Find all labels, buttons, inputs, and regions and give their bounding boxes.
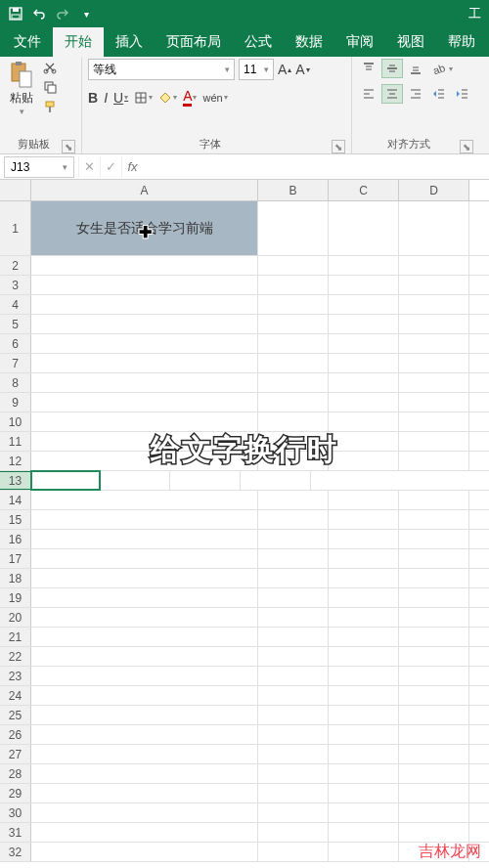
cell-D21[interactable] bbox=[399, 628, 469, 646]
cell-D3[interactable] bbox=[399, 276, 469, 294]
qat-customize-icon[interactable]: ▾ bbox=[74, 2, 98, 25]
cell-B5[interactable] bbox=[258, 315, 329, 333]
cell-A21[interactable] bbox=[31, 628, 258, 646]
cell-B18[interactable] bbox=[258, 569, 329, 587]
increase-font-icon[interactable]: A▴ bbox=[278, 62, 291, 77]
cell-C3[interactable] bbox=[329, 276, 399, 294]
cell-A9[interactable] bbox=[31, 393, 258, 412]
row-header[interactable]: 5 bbox=[0, 315, 31, 333]
tab-开始[interactable]: 开始 bbox=[53, 27, 104, 57]
cell-D30[interactable] bbox=[399, 803, 469, 822]
fx-icon[interactable]: fx bbox=[121, 156, 143, 178]
align-middle-icon[interactable] bbox=[381, 59, 403, 78]
align-bottom-icon[interactable] bbox=[405, 59, 426, 78]
cell-A23[interactable] bbox=[31, 667, 258, 685]
cell-C28[interactable] bbox=[329, 764, 399, 783]
cell-A2[interactable] bbox=[31, 256, 258, 275]
tab-帮助[interactable]: 帮助 bbox=[436, 27, 487, 57]
row-header[interactable]: 10 bbox=[0, 412, 31, 431]
cell-D5[interactable] bbox=[399, 315, 469, 333]
cell-C23[interactable] bbox=[329, 667, 399, 685]
cell-C26[interactable] bbox=[329, 725, 399, 744]
row-header[interactable]: 16 bbox=[0, 530, 31, 548]
cell-C13[interactable] bbox=[170, 471, 241, 490]
tab-数据[interactable]: 数据 bbox=[284, 27, 334, 57]
cell-B15[interactable] bbox=[258, 510, 329, 529]
cell-D16[interactable] bbox=[399, 530, 469, 548]
row-header[interactable]: 20 bbox=[0, 608, 31, 627]
decrease-font-icon[interactable]: A▾ bbox=[295, 62, 309, 77]
cell-C31[interactable] bbox=[329, 823, 399, 842]
underline-button[interactable]: U▾ bbox=[113, 90, 128, 106]
cell-C10[interactable] bbox=[329, 412, 399, 431]
orientation-icon[interactable]: ab▾ bbox=[428, 59, 458, 78]
row-header[interactable]: 30 bbox=[0, 803, 31, 822]
cell-C5[interactable] bbox=[329, 315, 399, 333]
cell-D24[interactable] bbox=[399, 686, 469, 705]
row-header[interactable]: 4 bbox=[0, 295, 31, 314]
row-header[interactable]: 8 bbox=[0, 373, 31, 392]
formula-input[interactable] bbox=[143, 156, 489, 178]
name-box[interactable]: J13 ▾ bbox=[4, 156, 74, 178]
cell-B28[interactable] bbox=[258, 764, 329, 783]
tab-视图[interactable]: 视图 bbox=[385, 27, 436, 57]
cell-C2[interactable] bbox=[329, 256, 399, 275]
cell-D23[interactable] bbox=[399, 667, 469, 685]
cell-A7[interactable] bbox=[31, 354, 258, 372]
cell-A22[interactable] bbox=[31, 647, 258, 666]
tab-审阅[interactable]: 审阅 bbox=[334, 27, 385, 57]
cell-B7[interactable] bbox=[258, 354, 329, 372]
cell-D10[interactable] bbox=[399, 412, 469, 431]
copy-icon[interactable] bbox=[41, 78, 59, 96]
cell-A32[interactable] bbox=[31, 843, 258, 861]
clipboard-dialog-launcher-icon[interactable]: ⬊ bbox=[62, 140, 75, 153]
cell-A26[interactable] bbox=[31, 725, 258, 744]
cell-D2[interactable] bbox=[399, 256, 469, 275]
cell-B4[interactable] bbox=[258, 295, 329, 314]
cell-B14[interactable] bbox=[258, 491, 329, 509]
cell-A3[interactable] bbox=[31, 276, 258, 294]
cell-A18[interactable] bbox=[31, 569, 258, 587]
cell-C9[interactable] bbox=[329, 393, 399, 412]
border-button[interactable]: ▾ bbox=[134, 91, 153, 105]
align-center-icon[interactable] bbox=[381, 84, 403, 104]
cell-B21[interactable] bbox=[258, 628, 329, 646]
cell-A16[interactable] bbox=[31, 530, 258, 548]
cell-B31[interactable] bbox=[258, 823, 329, 842]
cell-C22[interactable] bbox=[329, 647, 399, 666]
row-header[interactable]: 3 bbox=[0, 276, 31, 294]
row-header[interactable]: 15 bbox=[0, 510, 31, 529]
row-header[interactable]: 31 bbox=[0, 823, 31, 842]
fill-color-button[interactable]: ▾ bbox=[158, 91, 177, 105]
row-header[interactable]: 1 bbox=[0, 201, 31, 255]
cell-C8[interactable] bbox=[329, 373, 399, 392]
cell-B17[interactable] bbox=[258, 549, 329, 568]
cell-C15[interactable] bbox=[329, 510, 399, 529]
cell-C32[interactable] bbox=[329, 843, 399, 861]
cell-C14[interactable] bbox=[329, 491, 399, 509]
alignment-dialog-launcher-icon[interactable]: ⬊ bbox=[460, 140, 473, 153]
cell-A5[interactable] bbox=[31, 315, 258, 333]
cell-D19[interactable] bbox=[399, 588, 469, 607]
cell-B2[interactable] bbox=[258, 256, 329, 275]
row-header[interactable]: 32 bbox=[0, 843, 31, 861]
cell-D18[interactable] bbox=[399, 569, 469, 587]
align-top-icon[interactable] bbox=[358, 59, 379, 78]
decrease-indent-icon[interactable] bbox=[428, 84, 450, 104]
tab-公式[interactable]: 公式 bbox=[233, 27, 284, 57]
cell-C29[interactable] bbox=[329, 784, 399, 803]
cell-B10[interactable] bbox=[258, 412, 329, 431]
cell-A4[interactable] bbox=[31, 295, 258, 314]
cell-B24[interactable] bbox=[258, 686, 329, 705]
cell-D29[interactable] bbox=[399, 784, 469, 803]
cell-B25[interactable] bbox=[258, 706, 329, 724]
cell-A19[interactable] bbox=[31, 588, 258, 607]
cell-A6[interactable] bbox=[31, 334, 258, 353]
format-painter-icon[interactable] bbox=[41, 98, 59, 115]
redo-icon[interactable] bbox=[51, 2, 74, 25]
row-header[interactable]: 6 bbox=[0, 334, 31, 353]
cell-B26[interactable] bbox=[258, 725, 329, 744]
cell-A17[interactable] bbox=[31, 549, 258, 568]
col-header-D[interactable]: D bbox=[399, 180, 469, 200]
cell-C6[interactable] bbox=[329, 334, 399, 353]
